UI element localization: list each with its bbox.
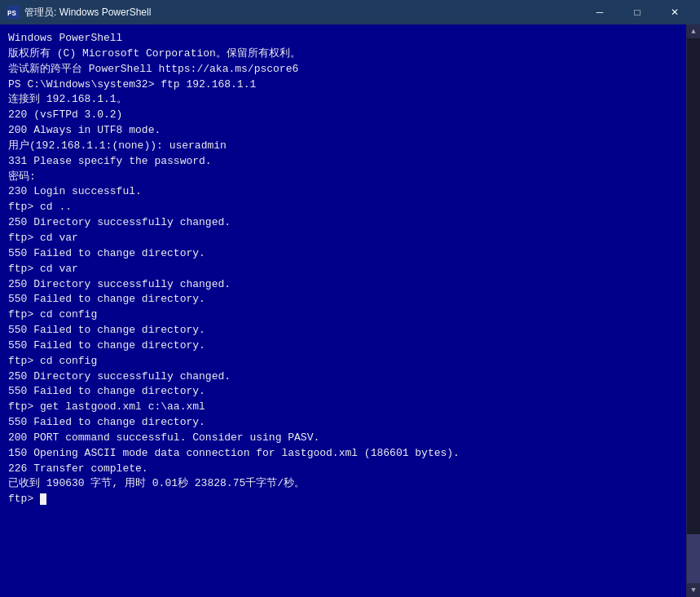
minimize-button[interactable]: ─ (581, 0, 619, 24)
terminal-line: 230 Login successful. (8, 184, 678, 200)
terminal-line: 版权所有 (C) Microsoft Corporation。保留所有权利。 (8, 46, 678, 62)
scroll-down-button[interactable]: ▼ (687, 583, 701, 597)
terminal-line: 150 Opening ASCII mode data connection f… (8, 446, 678, 462)
terminal-line: 密码: (8, 170, 678, 185)
terminal-cursor (40, 493, 46, 505)
terminal-line: 已收到 190630 字节, 用时 0.01秒 23828.75千字节/秒。 (8, 476, 678, 492)
scroll-up-button[interactable]: ▲ (687, 24, 701, 38)
terminal-line: ftp> cd config (8, 354, 678, 369)
title-bar: PS 管理员: Windows PowerShell ─ □ ✕ (0, 0, 700, 24)
svg-text:PS: PS (7, 10, 16, 18)
terminal-line: ftp> cd .. (8, 200, 678, 215)
terminal-line: 250 Directory successfully changed. (8, 277, 678, 293)
terminal-line: 用户(192.168.1.1:(none)): useradmin (8, 139, 678, 154)
terminal-line: 250 Directory successfully changed. (8, 369, 678, 385)
window-controls: ─ □ ✕ (581, 0, 693, 24)
maximize-button[interactable]: □ (619, 0, 656, 24)
terminal-line: ftp> (8, 492, 678, 507)
scrollbar-thumb[interactable] (687, 534, 700, 583)
terminal-line: 226 Transfer complete. (8, 462, 678, 477)
terminal-line: 550 Failed to change directory. (8, 338, 678, 354)
terminal-line: ftp> cd config (8, 307, 678, 323)
scrollbar-track[interactable] (687, 38, 700, 583)
terminal-line: 550 Failed to change directory. (8, 246, 678, 262)
terminal-wrapper: Windows PowerShell版权所有 (C) Microsoft Cor… (0, 24, 700, 597)
terminal-line: 250 Directory successfully changed. (8, 215, 678, 231)
terminal-line: ftp> cd var (8, 262, 678, 277)
terminal-line: ftp> cd var (8, 231, 678, 246)
terminal-line: 200 Always in UTF8 mode. (8, 123, 678, 139)
close-button[interactable]: ✕ (656, 0, 693, 24)
terminal-line: 尝试新的跨平台 PowerShell https://aka.ms/pscore… (8, 62, 678, 77)
terminal-line: 550 Failed to change directory. (8, 292, 678, 307)
terminal-line: 200 PORT command successful. Consider us… (8, 431, 678, 446)
terminal-line: 550 Failed to change directory. (8, 415, 678, 431)
terminal-line: Windows PowerShell (8, 31, 678, 46)
terminal-line: PS C:\Windows\system32> ftp 192.168.1.1 (8, 77, 678, 93)
terminal-line: 331 Please specify the password. (8, 154, 678, 170)
app-icon: PS (7, 6, 20, 19)
window-title: 管理员: Windows PowerShell (24, 6, 581, 20)
terminal-line: 220 (vsFTPd 3.0.2) (8, 108, 678, 123)
terminal-line: 550 Failed to change directory. (8, 323, 678, 338)
scrollbar[interactable]: ▲ ▼ (686, 24, 700, 597)
terminal-output[interactable]: Windows PowerShell版权所有 (C) Microsoft Cor… (0, 24, 686, 597)
terminal-line: ftp> get lastgood.xml c:\aa.xml (8, 400, 678, 415)
terminal-line: 连接到 192.168.1.1。 (8, 92, 678, 108)
terminal-line: 550 Failed to change directory. (8, 384, 678, 400)
